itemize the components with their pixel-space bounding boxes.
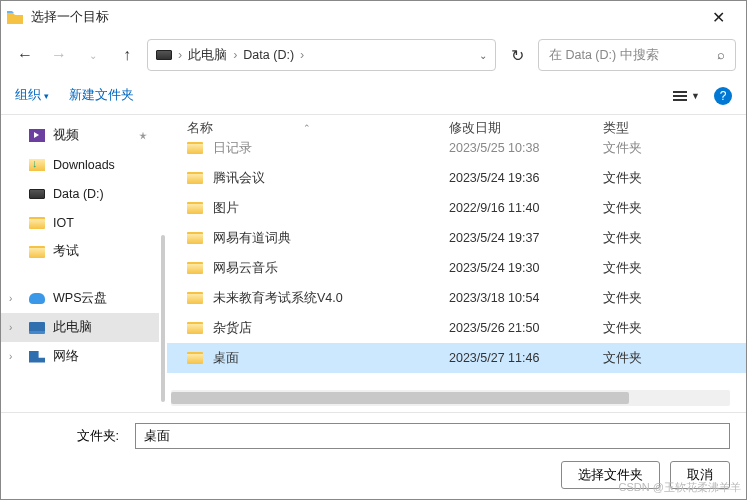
video-icon	[29, 129, 45, 142]
file-type: 文件夹	[603, 141, 746, 157]
folder-icon	[187, 172, 203, 184]
organize-button[interactable]: 组织	[15, 87, 49, 104]
column-headers[interactable]: 名称⌃ 修改日期 类型	[167, 115, 746, 141]
cloud-icon	[29, 293, 45, 304]
file-type: 文件夹	[603, 230, 746, 247]
network-icon	[29, 351, 45, 363]
breadcrumb-pc[interactable]: 此电脑	[188, 47, 227, 64]
sidebar-item-label: Data (D:)	[53, 187, 104, 201]
breadcrumb-sep: ›	[233, 48, 237, 62]
file-date: 2023/3/18 10:54	[449, 291, 603, 305]
file-list[interactable]: 日记录 2023/5/25 10:38 文件夹 腾讯会议 2023/5/24 1…	[167, 141, 746, 388]
col-date[interactable]: 修改日期	[449, 120, 603, 137]
horizontal-scrollbar[interactable]	[171, 390, 730, 406]
breadcrumb-sep: ›	[300, 48, 304, 62]
file-row[interactable]: 图片 2022/9/16 11:40 文件夹	[167, 193, 746, 223]
file-pane: 名称⌃ 修改日期 类型 日记录 2023/5/25 10:38 文件夹 腾讯会议…	[167, 115, 746, 412]
breadcrumb-drive[interactable]: Data (D:)	[243, 48, 294, 62]
drive-icon	[29, 189, 45, 199]
sidebar-item[interactable]: Data (D:)	[1, 179, 159, 208]
sidebar: 视频DownloadsData (D:)IOT考试›WPS云盘›此电脑›网络	[1, 115, 159, 412]
scrollbar-thumb[interactable]	[171, 392, 629, 404]
file-type: 文件夹	[603, 170, 746, 187]
watermark: CSDN @玉软花柔沸羊羊	[619, 480, 741, 495]
sidebar-item[interactable]: IOT	[1, 208, 159, 237]
col-name[interactable]: 名称	[187, 120, 213, 137]
expand-icon[interactable]: ›	[9, 293, 12, 304]
view-icon	[673, 91, 687, 101]
file-row[interactable]: 杂货店 2023/5/26 21:50 文件夹	[167, 313, 746, 343]
file-name: 未来教育考试系统V4.0	[213, 290, 343, 307]
folder-icon	[187, 352, 203, 364]
file-name: 日记录	[213, 141, 252, 157]
folder-input[interactable]	[135, 423, 730, 449]
sidebar-item-label: WPS云盘	[53, 290, 107, 307]
forward-button[interactable]: →	[45, 41, 73, 69]
file-name: 杂货店	[213, 320, 252, 337]
expand-icon[interactable]: ›	[9, 351, 12, 362]
recent-dropdown[interactable]: ⌄	[79, 41, 107, 69]
col-type[interactable]: 类型	[603, 120, 746, 137]
pc-icon	[29, 322, 45, 334]
sidebar-tree-item[interactable]: ›此电脑	[1, 313, 159, 342]
help-button[interactable]: ?	[714, 87, 732, 105]
search-icon: ⌕	[717, 48, 725, 62]
file-row[interactable]: 网易云音乐 2023/5/24 19:30 文件夹	[167, 253, 746, 283]
search-placeholder: 在 Data (D:) 中搜索	[549, 47, 659, 64]
file-row[interactable]: 未来教育考试系统V4.0 2023/3/18 10:54 文件夹	[167, 283, 746, 313]
sidebar-item-label: 网络	[53, 348, 79, 365]
address-bar[interactable]: › 此电脑 › Data (D:) › ⌄	[147, 39, 496, 71]
file-type: 文件夹	[603, 260, 746, 277]
folder-icon	[187, 292, 203, 304]
sort-icon: ⌃	[303, 123, 311, 133]
toolbar: 组织 新建文件夹 ▼ ?	[1, 77, 746, 115]
titlebar[interactable]: 选择一个目标 ✕	[1, 1, 746, 33]
folder-icon	[187, 142, 203, 154]
navbar: ← → ⌄ ↑ › 此电脑 › Data (D:) › ⌄ ↻ 在 Data (…	[1, 33, 746, 77]
file-name: 网易云音乐	[213, 260, 278, 277]
search-input[interactable]: 在 Data (D:) 中搜索 ⌕	[538, 39, 736, 71]
sidebar-item[interactable]: Downloads	[1, 150, 159, 179]
view-button[interactable]: ▼	[673, 91, 700, 101]
back-button[interactable]: ←	[11, 41, 39, 69]
sidebar-item-label: 考试	[53, 243, 79, 260]
folder-icon	[29, 217, 45, 229]
file-date: 2023/5/26 21:50	[449, 321, 603, 335]
address-dropdown-icon[interactable]: ⌄	[479, 50, 487, 61]
file-name: 腾讯会议	[213, 170, 265, 187]
file-name: 网易有道词典	[213, 230, 291, 247]
file-row[interactable]: 腾讯会议 2023/5/24 19:36 文件夹	[167, 163, 746, 193]
file-name: 图片	[213, 200, 239, 217]
dialog-window: 选择一个目标 ✕ ← → ⌄ ↑ › 此电脑 › Data (D:) › ⌄ ↻…	[0, 0, 747, 500]
file-date: 2023/5/24 19:36	[449, 171, 603, 185]
folder-icon	[187, 262, 203, 274]
file-row[interactable]: 网易有道词典 2023/5/24 19:37 文件夹	[167, 223, 746, 253]
download-icon	[29, 159, 45, 171]
sidebar-item[interactable]: 视频	[1, 121, 159, 150]
sidebar-tree-item[interactable]: ›网络	[1, 342, 159, 371]
file-date: 2023/5/27 11:46	[449, 351, 603, 365]
expand-icon[interactable]: ›	[9, 322, 12, 333]
folder-icon	[187, 322, 203, 334]
file-type: 文件夹	[603, 200, 746, 217]
sidebar-item-label: Downloads	[53, 158, 115, 172]
file-row[interactable]: 桌面 2023/5/27 11:46 文件夹	[167, 343, 746, 373]
splitter[interactable]	[159, 115, 167, 412]
file-type: 文件夹	[603, 350, 746, 367]
breadcrumb-sep: ›	[178, 48, 182, 62]
sidebar-item-label: IOT	[53, 216, 74, 230]
folder-icon	[187, 202, 203, 214]
dialog-title: 选择一个目标	[31, 9, 696, 26]
file-type: 文件夹	[603, 320, 746, 337]
refresh-button[interactable]: ↻	[502, 41, 532, 69]
folder-label: 文件夹:	[17, 428, 125, 445]
new-folder-button[interactable]: 新建文件夹	[69, 87, 134, 104]
sidebar-item[interactable]: 考试	[1, 237, 159, 266]
file-row[interactable]: 日记录 2023/5/25 10:38 文件夹	[167, 141, 746, 163]
sidebar-tree-item[interactable]: ›WPS云盘	[1, 284, 159, 313]
up-button[interactable]: ↑	[113, 41, 141, 69]
close-button[interactable]: ✕	[696, 8, 740, 27]
file-date: 2023/5/24 19:30	[449, 261, 603, 275]
sidebar-item-label: 此电脑	[53, 319, 92, 336]
file-type: 文件夹	[603, 290, 746, 307]
